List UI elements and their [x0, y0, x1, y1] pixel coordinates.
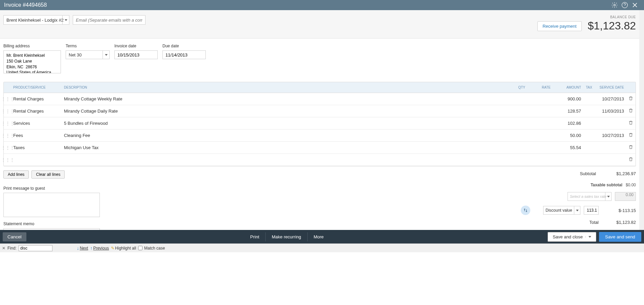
delete-row-icon[interactable] [626, 96, 636, 102]
drag-handle-icon[interactable]: ⋮⋮⋮ [4, 109, 11, 114]
find-input[interactable] [19, 245, 52, 251]
total-value: $1,123.82 [602, 220, 636, 225]
cell-service-date: 10/27/2013 [595, 133, 626, 138]
cell-product: Services [11, 121, 62, 126]
line-items-grid: PRODUCT/SERVICE DESCRIPTION QTY RATE AMO… [3, 82, 636, 166]
table-row[interactable]: ⋮⋮⋮Rental ChargesMirandy Cottage Weekly … [4, 93, 636, 105]
delete-row-icon[interactable] [626, 120, 636, 126]
make-recurring-link[interactable]: Make recurring [266, 232, 308, 241]
swap-icon[interactable] [521, 206, 530, 215]
chevron-down-icon [62, 16, 69, 24]
delete-row-icon[interactable] [626, 145, 636, 150]
invoice-date-input[interactable] [114, 50, 158, 59]
balance-block: BALANCE DUE $1,123.82 [588, 15, 636, 32]
subtotal-value: $1,236.97 [616, 171, 636, 176]
drag-handle-icon[interactable]: ⋮⋮⋮ [4, 96, 11, 102]
more-link[interactable]: More [308, 232, 330, 241]
col-header-qty: QTY [504, 86, 527, 89]
totals-area: Print message to guest Statement memo Ta… [0, 183, 639, 230]
total-label: Total [590, 220, 599, 225]
line-buttons: Add lines Clear all lines [0, 166, 68, 181]
billing-address-group: Billing address [3, 44, 61, 74]
delete-row-icon[interactable] [626, 157, 636, 163]
gear-icon[interactable] [609, 0, 620, 10]
save-close-button[interactable]: Save and close [548, 232, 596, 242]
cell-description: 5 Bundles of Firewood [62, 121, 504, 126]
match-case-checkbox[interactable]: Match case [138, 246, 165, 251]
find-previous-button[interactable]: ↑Previous [90, 245, 109, 251]
print-message-label: Print message to guest [3, 186, 521, 191]
email-input[interactable] [73, 15, 146, 25]
due-date-group: Due date [162, 44, 206, 74]
cell-amount: 900.00 [553, 96, 583, 101]
cell-service-date: 11/03/2013 [595, 109, 626, 114]
page-title: Invoice #4494658 [4, 2, 47, 8]
find-next-button[interactable]: ↓Next [77, 245, 88, 251]
save-send-button[interactable]: Save and send [599, 232, 641, 242]
terms-select[interactable]: Net 30 [66, 50, 110, 59]
drag-handle-icon[interactable]: ⋮⋮⋮ [4, 145, 11, 150]
grid-header: PRODUCT/SERVICE DESCRIPTION QTY RATE AMO… [4, 82, 636, 93]
cell-description: Michigan Use Tax [62, 145, 504, 150]
close-icon[interactable] [630, 0, 640, 10]
table-row[interactable]: ⋮⋮⋮TaxesMichigan Use Tax55.54 [4, 142, 636, 154]
drag-handle-icon[interactable]: ⋮⋮⋮ [4, 121, 11, 126]
table-row[interactable]: ⋮⋮⋮Services5 Bundles of Firewood102.86 [4, 117, 636, 130]
due-date-input[interactable] [162, 50, 206, 59]
table-row[interactable]: ⋮⋮⋮FeesCleaning Fee50.0010/27/2013 [4, 130, 636, 142]
table-row[interactable]: ⋮⋮⋮ [4, 154, 636, 166]
col-header-amount: AMOUNT [553, 86, 583, 89]
content-area: Brent Kleinheksel - Lodgix #2 Receive pa… [0, 10, 644, 230]
customer-select[interactable]: Brent Kleinheksel - Lodgix #2 [3, 15, 69, 25]
drag-handle-icon[interactable]: ⋮⋮⋮ [4, 133, 11, 138]
invoice-date-group: Invoice date [114, 44, 158, 74]
add-lines-button[interactable]: Add lines [3, 170, 29, 179]
receive-payment-button[interactable]: Receive payment [537, 21, 581, 31]
title-bar: Invoice #4494658 [0, 0, 644, 10]
table-row[interactable]: ⋮⋮⋮Rental ChargesMirandy Cottage Daily R… [4, 105, 636, 117]
balance-due-label: BALANCE DUE [588, 15, 636, 19]
statement-memo-input[interactable] [3, 228, 100, 230]
col-header-product: PRODUCT/SERVICE [11, 86, 62, 89]
save-close-label: Save and close [553, 234, 583, 239]
cell-amount: 55.54 [553, 145, 583, 150]
subtotal-label: Subtotal [580, 171, 596, 176]
cell-service-date: 10/27/2013 [595, 96, 626, 101]
col-header-tax: TAX [583, 86, 595, 89]
delete-row-icon[interactable] [626, 133, 636, 138]
col-header-service-date: SERVICE DATE [595, 86, 626, 89]
find-bar: ✕ Find: ↓Next ↑Previous ✎Highlight all M… [0, 243, 644, 252]
col-header-description: DESCRIPTION [62, 86, 504, 89]
terms-group: Terms Net 30 [66, 44, 110, 74]
print-link[interactable]: Print [244, 232, 266, 241]
highlight-all-button[interactable]: ✎Highlight all [111, 246, 136, 251]
fields-row: Billing address Terms Net 30 Invoice dat… [0, 39, 639, 82]
discount-amount: $-113.15 [602, 208, 636, 213]
print-message-input[interactable] [3, 193, 100, 217]
taxable-subtotal-value: $0.00 [626, 183, 636, 187]
col-header-rate: RATE [527, 86, 553, 89]
tax-rate-select[interactable]: Select a sales tax rate [568, 192, 612, 201]
cell-product: Taxes [11, 145, 62, 150]
cancel-button[interactable]: Cancel [3, 232, 26, 241]
find-label: Find: [7, 246, 17, 251]
balance-due-bottom-label: Balance due [561, 230, 595, 230]
cell-amount: 128.57 [553, 109, 583, 114]
terms-label: Terms [66, 44, 110, 48]
taxable-subtotal-label: Taxable subtotal [591, 183, 622, 187]
cell-product: Fees [11, 133, 62, 138]
clear-lines-button[interactable]: Clear all lines [31, 170, 65, 179]
due-date-label: Due date [162, 44, 206, 48]
discount-type-select[interactable]: Discount value [543, 206, 580, 215]
customer-select-value: Brent Kleinheksel - Lodgix #2 [6, 18, 64, 23]
discount-value-input[interactable] [584, 206, 599, 215]
header-row: Brent Kleinheksel - Lodgix #2 Receive pa… [0, 10, 639, 39]
delete-row-icon[interactable] [626, 108, 636, 114]
billing-address-input[interactable] [3, 50, 61, 73]
close-find-icon[interactable]: ✕ [2, 246, 5, 251]
tax-amount-display: 0.00 [615, 192, 636, 201]
help-icon[interactable] [620, 0, 630, 10]
cell-amount: 50.00 [553, 133, 583, 138]
drag-handle-icon[interactable]: ⋮⋮⋮ [4, 157, 11, 163]
billing-address-label: Billing address [3, 44, 61, 48]
